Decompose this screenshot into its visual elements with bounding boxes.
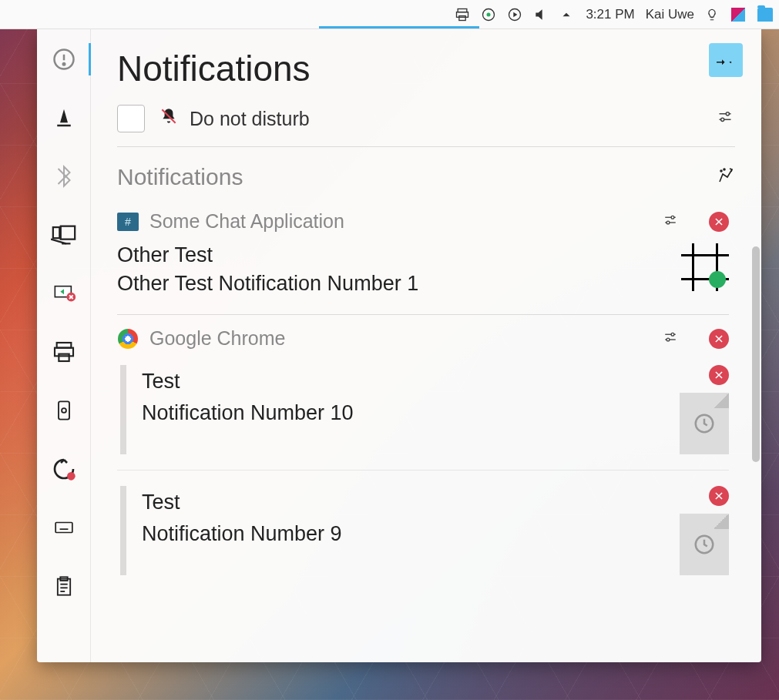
clear-all-button[interactable] xyxy=(717,166,735,188)
downloads-folder-icon[interactable] xyxy=(757,7,773,22)
printer-tray-icon[interactable] xyxy=(455,7,470,22)
notification-item[interactable]: Test Notification Number 9 xyxy=(117,486,729,591)
scrollbar-thumb[interactable] xyxy=(752,246,760,462)
group-settings-button[interactable] xyxy=(661,330,680,347)
svg-point-47 xyxy=(671,333,674,336)
tray-sidebar xyxy=(37,29,91,662)
sidebar-item-display[interactable] xyxy=(48,219,80,251)
svg-point-4 xyxy=(487,12,491,16)
svg-point-35 xyxy=(726,112,729,116)
history-receipt-icon xyxy=(680,514,729,575)
app-name: Some Chat Application xyxy=(149,210,344,233)
lightbulb-icon[interactable] xyxy=(705,7,720,22)
app-header-chrome: Google Chrome xyxy=(117,327,729,350)
svg-rect-9 xyxy=(52,227,59,238)
notification-indent-bar xyxy=(120,486,126,575)
notification-settings-button[interactable] xyxy=(715,109,735,128)
notification-body: Other Test Notification Number 1 xyxy=(117,272,670,296)
close-group-button[interactable] xyxy=(709,212,729,232)
popup-title: Notifications xyxy=(117,48,735,89)
pin-button[interactable] xyxy=(709,43,743,77)
section-title: Notifications xyxy=(117,164,243,190)
sidebar-item-notifications[interactable] xyxy=(48,43,80,75)
sidebar-item-clipboard[interactable] xyxy=(48,570,80,602)
sidebar-item-bluetooth[interactable] xyxy=(48,160,80,193)
notification-item[interactable]: Other Test Other Test Notification Numbe… xyxy=(117,243,729,315)
sidebar-item-keyboard[interactable] xyxy=(48,511,80,544)
notification-body: Notification Number 10 xyxy=(142,401,664,425)
svg-point-8 xyxy=(62,63,65,65)
svg-rect-21 xyxy=(55,523,72,533)
section-header: Notifications xyxy=(117,164,735,198)
system-tray-popup: Notifications Do not disturb Notificatio… xyxy=(37,29,761,662)
svg-rect-2 xyxy=(459,15,465,20)
svg-rect-18 xyxy=(59,401,69,419)
notification-title: Test xyxy=(142,370,664,394)
dnd-text: Do not disturb xyxy=(190,108,310,130)
top-panel: 3:21 PM Kai Uwe xyxy=(0,0,779,29)
history-receipt-icon xyxy=(680,393,729,454)
app-name: Google Chrome xyxy=(149,327,285,350)
presence-online-icon xyxy=(709,271,726,288)
svg-point-41 xyxy=(671,216,674,219)
status-circle-icon[interactable] xyxy=(481,7,496,22)
svg-rect-17 xyxy=(59,354,69,361)
sidebar-item-updates[interactable] xyxy=(48,453,80,485)
close-notification-button[interactable] xyxy=(709,486,729,506)
close-group-button[interactable] xyxy=(709,329,729,349)
notification-app-thumb xyxy=(681,243,729,291)
svg-point-38 xyxy=(720,170,722,172)
notification-item[interactable]: Test Notification Number 10 xyxy=(117,365,729,471)
activities-icon[interactable] xyxy=(731,7,747,22)
media-play-icon[interactable] xyxy=(507,7,522,22)
app-header-chat: # Some Chat Application xyxy=(117,210,729,233)
dnd-label: Do not disturb xyxy=(159,106,310,131)
dnd-checkbox[interactable] xyxy=(117,105,145,132)
svg-point-37 xyxy=(721,118,724,121)
bell-off-icon xyxy=(159,106,179,131)
svg-point-20 xyxy=(67,472,76,481)
clock[interactable]: 3:21 PM xyxy=(586,7,634,22)
notification-list: # Some Chat Application Other Test Other… xyxy=(117,198,735,662)
svg-point-19 xyxy=(62,408,66,413)
chrome-icon xyxy=(117,328,139,350)
svg-point-49 xyxy=(667,338,670,341)
close-notification-button[interactable] xyxy=(709,365,729,385)
dnd-row: Do not disturb xyxy=(117,105,735,147)
svg-point-39 xyxy=(724,169,725,170)
notification-indent-bar xyxy=(120,365,126,454)
group-settings-button[interactable] xyxy=(661,213,680,230)
user-menu[interactable]: Kai Uwe xyxy=(646,7,694,22)
notification-title: Other Test xyxy=(117,243,670,267)
notification-body: Notification Number 9 xyxy=(142,522,664,546)
sidebar-item-vlc[interactable] xyxy=(48,102,80,134)
expand-arrow-icon[interactable] xyxy=(559,7,575,22)
chat-app-icon: # xyxy=(117,211,139,233)
svg-rect-16 xyxy=(55,348,73,357)
active-tray-underline xyxy=(319,26,479,28)
volume-icon[interactable] xyxy=(533,7,549,22)
sidebar-item-printer[interactable] xyxy=(48,336,80,368)
sidebar-item-kdeconnect[interactable] xyxy=(48,277,80,310)
tray-main-area: Notifications Do not disturb Notificatio… xyxy=(91,29,761,662)
sidebar-item-phone[interactable] xyxy=(48,394,80,427)
notification-title: Test xyxy=(142,491,664,514)
svg-point-43 xyxy=(667,221,670,224)
svg-rect-10 xyxy=(60,226,74,239)
